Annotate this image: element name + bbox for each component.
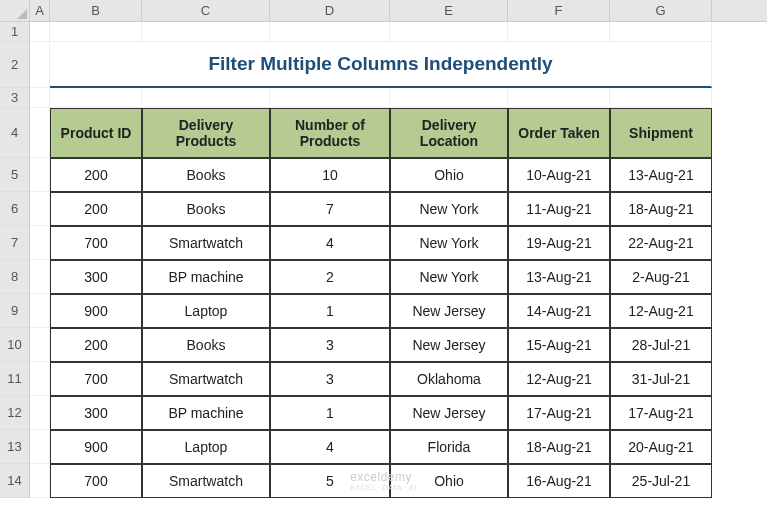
cell-E1[interactable] <box>390 22 508 42</box>
table-cell[interactable]: Laptop <box>142 430 270 464</box>
row-header-4[interactable]: 4 <box>0 108 30 158</box>
table-cell[interactable]: 300 <box>50 396 142 430</box>
table-cell[interactable]: New Jersey <box>390 294 508 328</box>
th-product-id[interactable]: Product ID <box>50 108 142 158</box>
table-cell[interactable]: 31-Jul-21 <box>610 362 712 396</box>
table-cell[interactable]: 25-Jul-21 <box>610 464 712 498</box>
table-cell[interactable]: 4 <box>270 430 390 464</box>
cell-A2[interactable] <box>30 42 50 88</box>
select-all-corner[interactable] <box>0 0 30 21</box>
table-cell[interactable]: 900 <box>50 430 142 464</box>
table-cell[interactable]: 1 <box>270 294 390 328</box>
row-header-14[interactable]: 14 <box>0 464 30 498</box>
table-cell[interactable]: New York <box>390 226 508 260</box>
table-cell[interactable]: 200 <box>50 328 142 362</box>
th-delivery-location[interactable]: Delivery Location <box>390 108 508 158</box>
table-cell[interactable]: 13-Aug-21 <box>610 158 712 192</box>
table-cell[interactable]: New York <box>390 192 508 226</box>
table-cell[interactable]: Smartwatch <box>142 226 270 260</box>
cell-D1[interactable] <box>270 22 390 42</box>
col-header-D[interactable]: D <box>270 0 390 21</box>
table-cell[interactable]: 2-Aug-21 <box>610 260 712 294</box>
table-cell[interactable]: Florida <box>390 430 508 464</box>
cell-A4[interactable] <box>30 108 50 158</box>
cell-A6[interactable] <box>30 192 50 226</box>
col-header-B[interactable]: B <box>50 0 142 21</box>
cell-A5[interactable] <box>30 158 50 192</box>
table-cell[interactable]: 16-Aug-21 <box>508 464 610 498</box>
table-cell[interactable]: 3 <box>270 328 390 362</box>
table-cell[interactable]: BP machine <box>142 396 270 430</box>
cell-B3[interactable] <box>50 88 142 108</box>
table-cell[interactable]: New Jersey <box>390 396 508 430</box>
table-cell[interactable]: Books <box>142 328 270 362</box>
table-cell[interactable]: 28-Jul-21 <box>610 328 712 362</box>
cell-A11[interactable] <box>30 362 50 396</box>
table-cell[interactable]: Smartwatch <box>142 464 270 498</box>
row-header-8[interactable]: 8 <box>0 260 30 294</box>
table-cell[interactable]: 18-Aug-21 <box>508 430 610 464</box>
table-cell[interactable]: 22-Aug-21 <box>610 226 712 260</box>
table-cell[interactable]: Books <box>142 192 270 226</box>
table-cell[interactable]: 2 <box>270 260 390 294</box>
table-cell[interactable]: 700 <box>50 362 142 396</box>
row-header-10[interactable]: 10 <box>0 328 30 362</box>
row-header-12[interactable]: 12 <box>0 396 30 430</box>
table-cell[interactable]: Ohio <box>390 158 508 192</box>
table-cell[interactable]: 20-Aug-21 <box>610 430 712 464</box>
table-cell[interactable]: 700 <box>50 464 142 498</box>
row-header-2[interactable]: 2 <box>0 42 30 88</box>
cell-A1[interactable] <box>30 22 50 42</box>
table-cell[interactable]: 4 <box>270 226 390 260</box>
table-cell[interactable]: Books <box>142 158 270 192</box>
table-cell[interactable]: 18-Aug-21 <box>610 192 712 226</box>
table-cell[interactable]: 14-Aug-21 <box>508 294 610 328</box>
row-header-13[interactable]: 13 <box>0 430 30 464</box>
table-cell[interactable]: 12-Aug-21 <box>610 294 712 328</box>
table-cell[interactable]: 15-Aug-21 <box>508 328 610 362</box>
th-delivery-products[interactable]: Delivery Products <box>142 108 270 158</box>
row-header-11[interactable]: 11 <box>0 362 30 396</box>
table-cell[interactable]: 11-Aug-21 <box>508 192 610 226</box>
cell-G1[interactable] <box>610 22 712 42</box>
table-cell[interactable]: BP machine <box>142 260 270 294</box>
col-header-F[interactable]: F <box>508 0 610 21</box>
table-cell[interactable]: 5 <box>270 464 390 498</box>
cell-C1[interactable] <box>142 22 270 42</box>
th-shipment[interactable]: Shipment <box>610 108 712 158</box>
table-cell[interactable]: 700 <box>50 226 142 260</box>
table-cell[interactable]: 10-Aug-21 <box>508 158 610 192</box>
cell-E3[interactable] <box>390 88 508 108</box>
row-header-7[interactable]: 7 <box>0 226 30 260</box>
col-header-C[interactable]: C <box>142 0 270 21</box>
table-cell[interactable]: New Jersey <box>390 328 508 362</box>
table-cell[interactable]: 1 <box>270 396 390 430</box>
table-cell[interactable]: 900 <box>50 294 142 328</box>
page-title[interactable]: Filter Multiple Columns Independently <box>50 42 712 88</box>
row-header-3[interactable]: 3 <box>0 88 30 108</box>
table-cell[interactable]: 3 <box>270 362 390 396</box>
th-order-taken[interactable]: Order Taken <box>508 108 610 158</box>
table-cell[interactable]: 10 <box>270 158 390 192</box>
cell-A14[interactable] <box>30 464 50 498</box>
cell-F1[interactable] <box>508 22 610 42</box>
cell-G3[interactable] <box>610 88 712 108</box>
cell-A13[interactable] <box>30 430 50 464</box>
table-cell[interactable]: 7 <box>270 192 390 226</box>
col-header-A[interactable]: A <box>30 0 50 21</box>
row-header-1[interactable]: 1 <box>0 22 30 42</box>
cell-A3[interactable] <box>30 88 50 108</box>
col-header-G[interactable]: G <box>610 0 712 21</box>
row-header-5[interactable]: 5 <box>0 158 30 192</box>
col-header-E[interactable]: E <box>390 0 508 21</box>
cell-A7[interactable] <box>30 226 50 260</box>
cell-C3[interactable] <box>142 88 270 108</box>
table-cell[interactable]: Smartwatch <box>142 362 270 396</box>
table-cell[interactable]: 200 <box>50 192 142 226</box>
cell-D3[interactable] <box>270 88 390 108</box>
table-cell[interactable]: Laptop <box>142 294 270 328</box>
table-cell[interactable]: 200 <box>50 158 142 192</box>
cell-A9[interactable] <box>30 294 50 328</box>
table-cell[interactable]: 19-Aug-21 <box>508 226 610 260</box>
table-cell[interactable]: 17-Aug-21 <box>610 396 712 430</box>
